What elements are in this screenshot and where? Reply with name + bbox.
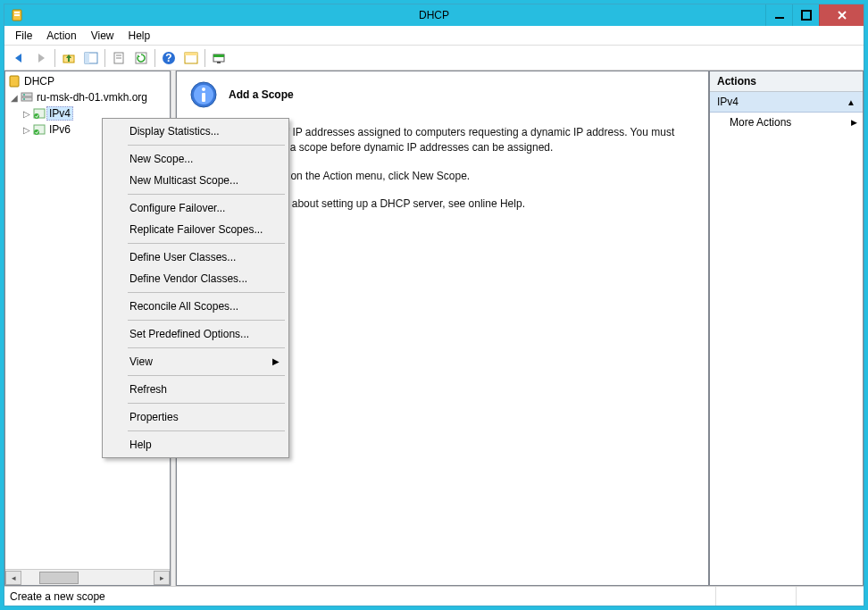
cm-replicate-failover[interactable]: Replicate Failover Scopes... <box>104 219 287 240</box>
svg-rect-3 <box>775 17 784 19</box>
context-menu: Display Statistics... New Scope... New M… <box>102 118 289 458</box>
actions-more[interactable]: More Actions ▶ <box>710 113 863 132</box>
collapse-icon[interactable]: ◢ <box>9 93 20 103</box>
cm-separator <box>128 194 285 195</box>
chevron-right-icon: ▶ <box>851 118 857 127</box>
cm-separator <box>128 243 285 244</box>
svg-rect-22 <box>21 93 32 96</box>
ipv6-icon <box>32 122 46 137</box>
ipv4-icon <box>32 106 46 121</box>
status-cell <box>796 587 858 606</box>
actions-panel: Actions IPv4 ▲ More Actions ▶ <box>709 71 864 586</box>
collapse-up-icon: ▲ <box>847 97 855 107</box>
cm-set-predefined-options[interactable]: Set Predefined Options... <box>104 323 287 345</box>
minimize-button[interactable] <box>765 4 792 26</box>
cm-configure-failover[interactable]: Configure Failover... <box>104 197 287 219</box>
cm-define-vendor-classes[interactable]: Define Vendor Classes... <box>104 268 287 289</box>
cm-separator <box>128 320 285 321</box>
svg-rect-20 <box>217 62 221 63</box>
tree-server-label: ru-msk-dh-01.vmkh.org <box>34 90 150 104</box>
expand-icon[interactable]: ▷ <box>21 125 32 135</box>
svg-rect-33 <box>202 93 205 102</box>
dhcp-root-icon <box>7 74 21 88</box>
cm-separator <box>128 375 285 376</box>
window-title: DHCP <box>419 9 449 21</box>
show-hide-tree-button[interactable] <box>80 47 102 69</box>
cm-separator <box>128 430 285 431</box>
svg-text:?: ? <box>165 52 171 64</box>
cm-reconcile-all-scopes[interactable]: Reconcile All Scopes... <box>104 296 287 317</box>
menu-help[interactable]: Help <box>121 27 158 45</box>
status-cell <box>715 587 796 606</box>
scroll-track[interactable] <box>21 571 154 585</box>
titlebar[interactable]: DHCP <box>4 4 864 26</box>
expand-icon[interactable]: ▷ <box>21 109 32 119</box>
svg-rect-1 <box>14 12 20 13</box>
toolbar: ? <box>4 46 864 71</box>
layout-button-2[interactable] <box>208 47 230 69</box>
cm-new-multicast-scope[interactable]: New Multicast Scope... <box>104 170 287 191</box>
main-heading: Add a Scope <box>229 88 294 101</box>
chevron-right-icon: ▶ <box>272 356 280 366</box>
cm-view[interactable]: View▶ <box>104 351 287 372</box>
cm-properties[interactable]: Properties <box>104 406 287 428</box>
maximize-button[interactable] <box>792 4 819 26</box>
svg-rect-4 <box>802 11 811 20</box>
cm-separator <box>128 145 285 146</box>
toolbar-separator <box>104 49 105 67</box>
forward-button[interactable] <box>30 47 52 69</box>
cm-separator <box>128 292 285 293</box>
tree-root[interactable]: DHCP <box>5 73 170 89</box>
cm-help[interactable]: Help <box>104 434 287 455</box>
svg-point-24 <box>23 94 25 96</box>
svg-rect-17 <box>185 53 197 55</box>
toolbar-separator <box>154 49 155 67</box>
tree-ipv6-label: IPv6 <box>46 122 73 137</box>
svg-rect-9 <box>85 53 89 63</box>
svg-rect-23 <box>21 97 32 101</box>
actions-group-ipv4[interactable]: IPv4 ▲ <box>710 92 863 113</box>
up-folder-button[interactable] <box>58 47 79 69</box>
actions-header: Actions <box>710 71 863 92</box>
svg-point-32 <box>202 88 205 91</box>
cm-view-label: View <box>129 355 153 368</box>
menu-view[interactable]: View <box>84 27 121 45</box>
tree-ipv4-label: IPv4 <box>46 106 73 121</box>
cm-new-scope[interactable]: New Scope... <box>104 148 287 170</box>
svg-rect-2 <box>14 14 20 16</box>
toolbar-separator <box>204 49 205 67</box>
properties-button[interactable] <box>108 47 129 69</box>
scroll-right-button[interactable]: ▸ <box>154 571 170 585</box>
menu-file[interactable]: File <box>8 27 39 45</box>
menu-action[interactable]: Action <box>39 27 83 45</box>
cm-separator <box>128 347 285 348</box>
app-icon <box>10 8 24 22</box>
back-button[interactable] <box>8 47 29 69</box>
info-icon <box>189 80 218 109</box>
cm-separator <box>128 403 285 404</box>
cm-define-user-classes[interactable]: Define User Classes... <box>104 247 287 268</box>
toolbar-separator <box>54 49 55 67</box>
horizontal-scrollbar[interactable]: ◂ ▸ <box>5 569 170 585</box>
layout-button-1[interactable] <box>180 47 202 69</box>
cm-refresh[interactable]: Refresh <box>104 379 287 400</box>
menubar: File Action View Help <box>4 26 864 46</box>
svg-rect-19 <box>213 54 224 57</box>
tree-root-label: DHCP <box>21 74 57 88</box>
actions-more-label: More Actions <box>730 116 791 129</box>
help-button[interactable]: ? <box>158 47 179 69</box>
scroll-left-button[interactable]: ◂ <box>5 571 21 585</box>
tree-server[interactable]: ◢ ru-msk-dh-01.vmkh.org <box>5 89 170 105</box>
svg-rect-21 <box>10 76 19 87</box>
cm-display-statistics[interactable]: Display Statistics... <box>104 121 287 142</box>
statusbar: Create a new scope <box>4 586 864 606</box>
svg-point-25 <box>23 98 25 100</box>
refresh-button[interactable] <box>130 47 152 69</box>
actions-group-label: IPv4 <box>717 96 739 108</box>
status-text: Create a new scope <box>10 590 105 603</box>
server-icon <box>20 90 34 104</box>
scroll-thumb[interactable] <box>39 572 79 584</box>
close-button[interactable] <box>819 4 864 26</box>
